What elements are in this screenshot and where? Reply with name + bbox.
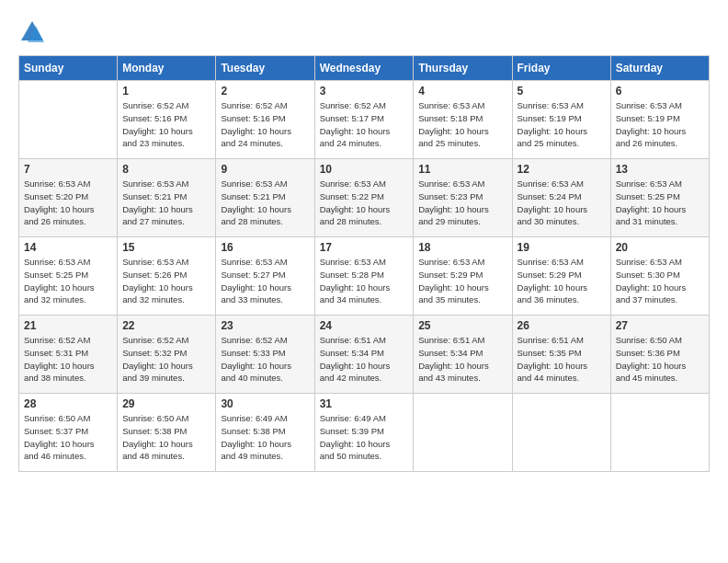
day-number: 22 [122,319,210,332]
column-header-wednesday: Wednesday [314,56,414,81]
day-info: Sunrise: 6:53 AMSunset: 5:28 PMDaylight:… [320,256,409,306]
calendar-body: 1Sunrise: 6:52 AMSunset: 5:16 PMDaylight… [19,81,710,472]
day-number: 12 [518,163,606,176]
day-number: 7 [24,163,112,176]
day-number: 27 [616,319,704,332]
calendar-cell [414,394,512,472]
day-info: Sunrise: 6:53 AMSunset: 5:29 PMDaylight:… [518,256,606,306]
day-info: Sunrise: 6:51 AMSunset: 5:34 PMDaylight:… [320,334,409,385]
calendar-cell: 2Sunrise: 6:52 AMSunset: 5:16 PMDaylight… [216,81,314,159]
day-info: Sunrise: 6:53 AMSunset: 5:26 PMDaylight:… [122,256,210,306]
calendar-cell: 20Sunrise: 6:53 AMSunset: 5:30 PMDayligh… [610,237,709,316]
week-row-5: 28Sunrise: 6:50 AMSunset: 5:37 PMDayligh… [19,394,710,472]
day-info: Sunrise: 6:53 AMSunset: 5:22 PMDaylight:… [320,178,409,228]
day-info: Sunrise: 6:52 AMSunset: 5:31 PMDaylight:… [24,334,112,385]
day-info: Sunrise: 6:53 AMSunset: 5:21 PMDaylight:… [221,178,309,228]
week-row-4: 21Sunrise: 6:52 AMSunset: 5:31 PMDayligh… [19,316,710,394]
calendar-cell: 31Sunrise: 6:49 AMSunset: 5:39 PMDayligh… [314,394,414,472]
calendar-cell [19,81,118,159]
day-number: 18 [418,241,506,254]
calendar-cell: 26Sunrise: 6:51 AMSunset: 5:35 PMDayligh… [512,316,610,394]
day-info: Sunrise: 6:50 AMSunset: 5:36 PMDaylight:… [616,334,704,385]
day-info: Sunrise: 6:52 AMSunset: 5:32 PMDaylight:… [122,334,210,385]
calendar-cell: 13Sunrise: 6:53 AMSunset: 5:25 PMDayligh… [610,159,709,237]
calendar-header: SundayMondayTuesdayWednesdayThursdayFrid… [19,56,710,81]
day-info: Sunrise: 6:53 AMSunset: 5:20 PMDaylight:… [24,178,112,228]
page-header [18,18,710,46]
calendar-cell: 5Sunrise: 6:53 AMSunset: 5:19 PMDaylight… [512,81,610,159]
day-info: Sunrise: 6:52 AMSunset: 5:33 PMDaylight:… [221,334,309,385]
column-header-sunday: Sunday [19,56,118,81]
calendar-cell: 29Sunrise: 6:50 AMSunset: 5:38 PMDayligh… [118,394,216,472]
calendar-cell: 22Sunrise: 6:52 AMSunset: 5:32 PMDayligh… [118,316,216,394]
day-number: 1 [122,85,210,98]
day-number: 28 [24,397,112,410]
calendar-cell: 24Sunrise: 6:51 AMSunset: 5:34 PMDayligh… [314,316,414,394]
day-info: Sunrise: 6:53 AMSunset: 5:27 PMDaylight:… [221,256,309,306]
day-number: 11 [418,163,506,176]
day-info: Sunrise: 6:53 AMSunset: 5:21 PMDaylight:… [122,178,210,228]
day-info: Sunrise: 6:53 AMSunset: 5:29 PMDaylight:… [418,256,506,306]
week-row-2: 7Sunrise: 6:53 AMSunset: 5:20 PMDaylight… [19,159,710,237]
calendar-cell: 25Sunrise: 6:51 AMSunset: 5:34 PMDayligh… [414,316,512,394]
day-info: Sunrise: 6:53 AMSunset: 5:19 PMDaylight:… [518,99,606,150]
day-info: Sunrise: 6:53 AMSunset: 5:19 PMDaylight:… [616,99,704,150]
column-header-monday: Monday [118,56,216,81]
calendar-cell: 27Sunrise: 6:50 AMSunset: 5:36 PMDayligh… [610,316,709,394]
day-number: 8 [122,163,210,176]
calendar-cell: 6Sunrise: 6:53 AMSunset: 5:19 PMDaylight… [610,81,709,159]
calendar-cell: 1Sunrise: 6:52 AMSunset: 5:16 PMDaylight… [118,81,216,159]
column-header-thursday: Thursday [414,56,512,81]
day-number: 21 [24,319,112,332]
day-info: Sunrise: 6:53 AMSunset: 5:25 PMDaylight:… [24,256,112,306]
day-number: 31 [320,397,409,410]
day-info: Sunrise: 6:52 AMSunset: 5:16 PMDaylight:… [122,99,210,150]
calendar-cell: 30Sunrise: 6:49 AMSunset: 5:38 PMDayligh… [216,394,314,472]
day-info: Sunrise: 6:49 AMSunset: 5:38 PMDaylight:… [221,412,309,463]
calendar-cell: 8Sunrise: 6:53 AMSunset: 5:21 PMDaylight… [118,159,216,237]
logo [18,18,51,46]
day-number: 23 [221,319,309,332]
column-header-saturday: Saturday [610,56,709,81]
day-number: 24 [320,319,409,332]
calendar-cell [512,394,610,472]
day-info: Sunrise: 6:53 AMSunset: 5:25 PMDaylight:… [616,178,704,228]
day-number: 15 [122,241,210,254]
week-row-3: 14Sunrise: 6:53 AMSunset: 5:25 PMDayligh… [19,237,710,316]
day-number: 25 [418,319,506,332]
calendar-cell [610,394,709,472]
day-number: 26 [518,319,606,332]
week-row-1: 1Sunrise: 6:52 AMSunset: 5:16 PMDaylight… [19,81,710,159]
calendar-cell: 17Sunrise: 6:53 AMSunset: 5:28 PMDayligh… [314,237,414,316]
calendar-cell: 10Sunrise: 6:53 AMSunset: 5:22 PMDayligh… [314,159,414,237]
column-header-tuesday: Tuesday [216,56,314,81]
day-info: Sunrise: 6:53 AMSunset: 5:24 PMDaylight:… [518,178,606,228]
calendar-cell: 28Sunrise: 6:50 AMSunset: 5:37 PMDayligh… [19,394,118,472]
day-info: Sunrise: 6:52 AMSunset: 5:17 PMDaylight:… [320,99,409,150]
calendar-cell: 4Sunrise: 6:53 AMSunset: 5:18 PMDaylight… [414,81,512,159]
day-info: Sunrise: 6:52 AMSunset: 5:16 PMDaylight:… [221,99,309,150]
day-number: 4 [418,85,506,98]
calendar-cell: 14Sunrise: 6:53 AMSunset: 5:25 PMDayligh… [19,237,118,316]
calendar-cell: 3Sunrise: 6:52 AMSunset: 5:17 PMDaylight… [314,81,414,159]
day-info: Sunrise: 6:53 AMSunset: 5:30 PMDaylight:… [616,256,704,306]
header-row: SundayMondayTuesdayWednesdayThursdayFrid… [19,56,710,81]
day-info: Sunrise: 6:53 AMSunset: 5:18 PMDaylight:… [418,99,506,150]
day-number: 6 [616,85,704,98]
column-header-friday: Friday [512,56,610,81]
day-number: 10 [320,163,409,176]
calendar-cell: 23Sunrise: 6:52 AMSunset: 5:33 PMDayligh… [216,316,314,394]
day-number: 16 [221,241,309,254]
calendar-cell: 7Sunrise: 6:53 AMSunset: 5:20 PMDaylight… [19,159,118,237]
day-info: Sunrise: 6:51 AMSunset: 5:35 PMDaylight:… [518,334,606,385]
calendar-cell: 9Sunrise: 6:53 AMSunset: 5:21 PMDaylight… [216,159,314,237]
day-number: 19 [518,241,606,254]
calendar-cell: 12Sunrise: 6:53 AMSunset: 5:24 PMDayligh… [512,159,610,237]
day-number: 20 [616,241,704,254]
day-number: 9 [221,163,309,176]
day-number: 5 [518,85,606,98]
day-info: Sunrise: 6:51 AMSunset: 5:34 PMDaylight:… [418,334,506,385]
day-info: Sunrise: 6:53 AMSunset: 5:23 PMDaylight:… [418,178,506,228]
calendar-cell: 21Sunrise: 6:52 AMSunset: 5:31 PMDayligh… [19,316,118,394]
logo-icon [18,18,46,46]
